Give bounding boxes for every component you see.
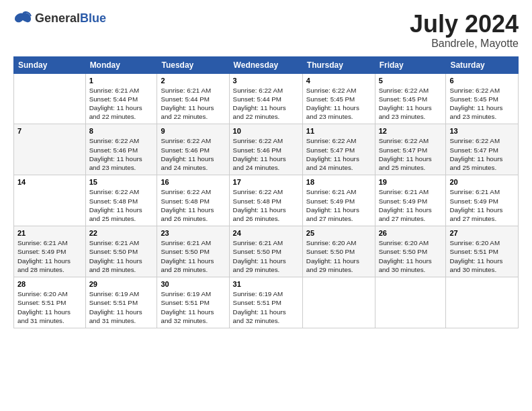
day-info: Sunrise: 6:21 AM Sunset: 5:49 PM Dayligh…	[379, 187, 443, 223]
day-number: 11	[306, 127, 371, 135]
day-info: Sunrise: 6:21 AM Sunset: 5:50 PM Dayligh…	[233, 238, 299, 274]
logo-general: General	[35, 11, 80, 25]
day-info: Sunrise: 6:22 AM Sunset: 5:45 PM Dayligh…	[306, 86, 371, 122]
day-number: 15	[89, 178, 154, 186]
calendar-cell: 11Sunrise: 6:22 AM Sunset: 5:47 PM Dayli…	[302, 124, 375, 175]
calendar-week-2: 1415Sunrise: 6:22 AM Sunset: 5:48 PM Day…	[14, 175, 519, 226]
calendar-cell: 2Sunrise: 6:21 AM Sunset: 5:44 PM Daylig…	[157, 73, 229, 124]
calendar-week-3: 21Sunrise: 6:21 AM Sunset: 5:49 PM Dayli…	[14, 226, 519, 277]
subtitle: Bandrele, Mayotte	[410, 38, 519, 50]
day-info: Sunrise: 6:19 AM Sunset: 5:51 PM Dayligh…	[161, 289, 225, 325]
calendar-cell: 8Sunrise: 6:22 AM Sunset: 5:46 PM Daylig…	[85, 124, 157, 175]
calendar-cell: 17Sunrise: 6:22 AM Sunset: 5:48 PM Dayli…	[229, 175, 302, 226]
calendar-cell: 19Sunrise: 6:21 AM Sunset: 5:49 PM Dayli…	[375, 175, 446, 226]
day-number: 29	[89, 280, 154, 288]
day-info: Sunrise: 6:20 AM Sunset: 5:50 PM Dayligh…	[306, 238, 371, 274]
header-monday: Monday	[85, 56, 157, 73]
calendar-cell: 21Sunrise: 6:21 AM Sunset: 5:49 PM Dayli…	[14, 226, 86, 277]
header-tuesday: Tuesday	[157, 56, 229, 73]
day-info: Sunrise: 6:22 AM Sunset: 5:44 PM Dayligh…	[233, 86, 299, 122]
day-info: Sunrise: 6:22 AM Sunset: 5:48 PM Dayligh…	[89, 187, 154, 223]
day-info: Sunrise: 6:21 AM Sunset: 5:49 PM Dayligh…	[17, 238, 82, 274]
day-number: 21	[17, 229, 82, 237]
calendar-cell	[375, 277, 446, 328]
calendar-cell: 31Sunrise: 6:19 AM Sunset: 5:51 PM Dayli…	[229, 277, 302, 328]
header-friday: Friday	[375, 56, 446, 73]
day-info: Sunrise: 6:21 AM Sunset: 5:44 PM Dayligh…	[161, 86, 225, 122]
calendar-cell: 9Sunrise: 6:22 AM Sunset: 5:46 PM Daylig…	[157, 124, 229, 175]
calendar-cell	[302, 277, 375, 328]
day-number: 10	[233, 127, 299, 135]
calendar-cell: 28Sunrise: 6:20 AM Sunset: 5:51 PM Dayli…	[14, 277, 86, 328]
page: GeneralBlue July 2024 Bandrele, Mayotte …	[0, 0, 532, 411]
calendar-cell: 5Sunrise: 6:22 AM Sunset: 5:45 PM Daylig…	[375, 73, 446, 124]
day-number: 27	[449, 229, 515, 237]
calendar-week-1: 78Sunrise: 6:22 AM Sunset: 5:46 PM Dayli…	[14, 124, 519, 175]
calendar-cell: 14	[14, 175, 86, 226]
day-number: 2	[161, 77, 225, 85]
logo-icon	[13, 11, 32, 26]
calendar-week-4: 28Sunrise: 6:20 AM Sunset: 5:51 PM Dayli…	[14, 277, 519, 328]
day-number: 3	[233, 77, 299, 85]
day-info: Sunrise: 6:19 AM Sunset: 5:51 PM Dayligh…	[89, 289, 154, 325]
calendar-cell: 10Sunrise: 6:22 AM Sunset: 5:46 PM Dayli…	[229, 124, 302, 175]
day-info: Sunrise: 6:21 AM Sunset: 5:49 PM Dayligh…	[306, 187, 371, 223]
main-title: July 2024	[410, 11, 519, 38]
calendar-cell: 22Sunrise: 6:21 AM Sunset: 5:50 PM Dayli…	[85, 226, 157, 277]
day-info: Sunrise: 6:22 AM Sunset: 5:47 PM Dayligh…	[379, 136, 443, 172]
day-number: 23	[161, 229, 225, 237]
day-number: 19	[379, 178, 443, 186]
calendar-cell: 15Sunrise: 6:22 AM Sunset: 5:48 PM Dayli…	[85, 175, 157, 226]
calendar-cell: 12Sunrise: 6:22 AM Sunset: 5:47 PM Dayli…	[375, 124, 446, 175]
calendar-cell: 7	[14, 124, 86, 175]
day-info: Sunrise: 6:21 AM Sunset: 5:49 PM Dayligh…	[449, 187, 515, 223]
day-info: Sunrise: 6:21 AM Sunset: 5:44 PM Dayligh…	[89, 86, 154, 122]
day-number: 24	[233, 229, 299, 237]
day-info: Sunrise: 6:22 AM Sunset: 5:45 PM Dayligh…	[449, 86, 515, 122]
calendar-cell: 20Sunrise: 6:21 AM Sunset: 5:49 PM Dayli…	[446, 175, 519, 226]
day-info: Sunrise: 6:20 AM Sunset: 5:51 PM Dayligh…	[449, 238, 515, 274]
calendar-cell	[446, 277, 519, 328]
header: GeneralBlue July 2024 Bandrele, Mayotte	[13, 11, 519, 50]
calendar-cell: 13Sunrise: 6:22 AM Sunset: 5:47 PM Dayli…	[446, 124, 519, 175]
day-info: Sunrise: 6:22 AM Sunset: 5:47 PM Dayligh…	[449, 136, 515, 172]
calendar-cell: 27Sunrise: 6:20 AM Sunset: 5:51 PM Dayli…	[446, 226, 519, 277]
header-saturday: Saturday	[446, 56, 519, 73]
logo-text: GeneralBlue	[35, 11, 106, 26]
day-info: Sunrise: 6:21 AM Sunset: 5:50 PM Dayligh…	[89, 238, 154, 274]
day-info: Sunrise: 6:22 AM Sunset: 5:48 PM Dayligh…	[161, 187, 225, 223]
day-info: Sunrise: 6:22 AM Sunset: 5:45 PM Dayligh…	[379, 86, 443, 122]
calendar-header-row: Sunday Monday Tuesday Wednesday Thursday…	[14, 56, 519, 73]
calendar-cell	[14, 73, 86, 124]
day-number: 8	[89, 127, 154, 135]
day-number: 4	[306, 77, 371, 85]
calendar-cell: 1Sunrise: 6:21 AM Sunset: 5:44 PM Daylig…	[85, 73, 157, 124]
day-number: 25	[306, 229, 371, 237]
calendar-cell: 18Sunrise: 6:21 AM Sunset: 5:49 PM Dayli…	[302, 175, 375, 226]
day-info: Sunrise: 6:20 AM Sunset: 5:50 PM Dayligh…	[379, 238, 443, 274]
calendar-cell: 29Sunrise: 6:19 AM Sunset: 5:51 PM Dayli…	[85, 277, 157, 328]
day-info: Sunrise: 6:22 AM Sunset: 5:46 PM Dayligh…	[161, 136, 225, 172]
calendar-table: Sunday Monday Tuesday Wednesday Thursday…	[13, 56, 519, 328]
calendar-cell: 23Sunrise: 6:21 AM Sunset: 5:50 PM Dayli…	[157, 226, 229, 277]
calendar-week-0: 1Sunrise: 6:21 AM Sunset: 5:44 PM Daylig…	[14, 73, 519, 124]
day-number: 26	[379, 229, 443, 237]
day-number: 30	[161, 280, 225, 288]
day-number: 12	[379, 127, 443, 135]
day-info: Sunrise: 6:19 AM Sunset: 5:51 PM Dayligh…	[233, 289, 299, 325]
calendar-cell: 26Sunrise: 6:20 AM Sunset: 5:50 PM Dayli…	[375, 226, 446, 277]
header-thursday: Thursday	[302, 56, 375, 73]
day-info: Sunrise: 6:22 AM Sunset: 5:46 PM Dayligh…	[89, 136, 154, 172]
logo: GeneralBlue	[13, 11, 106, 26]
day-number: 28	[17, 280, 82, 288]
title-block: July 2024 Bandrele, Mayotte	[410, 11, 519, 50]
day-number: 7	[17, 127, 82, 135]
calendar-cell: 16Sunrise: 6:22 AM Sunset: 5:48 PM Dayli…	[157, 175, 229, 226]
day-info: Sunrise: 6:20 AM Sunset: 5:51 PM Dayligh…	[17, 289, 82, 325]
logo-blue: Blue	[80, 11, 106, 25]
header-sunday: Sunday	[14, 56, 86, 73]
day-number: 18	[306, 178, 371, 186]
day-number: 14	[17, 178, 82, 186]
day-number: 9	[161, 127, 225, 135]
calendar-cell: 6Sunrise: 6:22 AM Sunset: 5:45 PM Daylig…	[446, 73, 519, 124]
